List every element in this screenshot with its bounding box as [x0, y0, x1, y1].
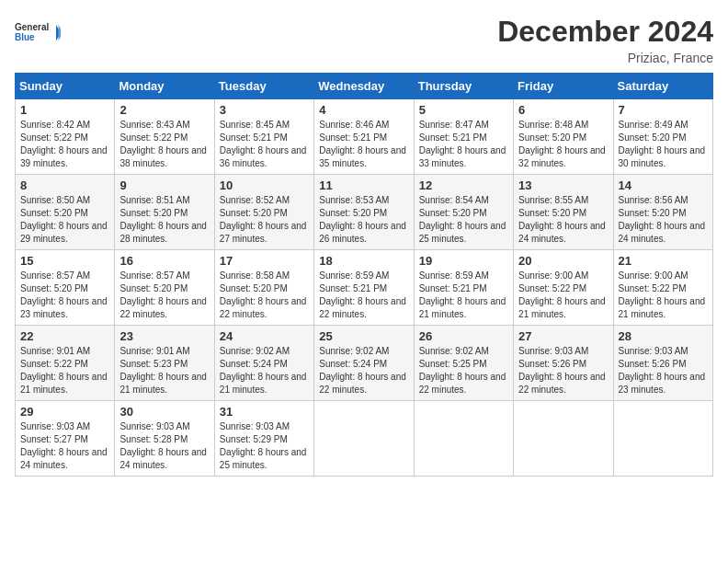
calendar-cell: 13 Sunrise: 8:55 AM Sunset: 5:20 PM Dayl…	[514, 175, 613, 250]
location: Priziac, France	[497, 51, 713, 65]
calendar-cell: 10 Sunrise: 8:52 AM Sunset: 5:20 PM Dayl…	[214, 175, 313, 250]
calendar-week-2: 8 Sunrise: 8:50 AM Sunset: 5:20 PM Dayli…	[16, 175, 713, 250]
svg-text:Blue: Blue	[15, 32, 35, 42]
calendar-cell: 6 Sunrise: 8:48 AM Sunset: 5:20 PM Dayli…	[514, 99, 613, 175]
day-number: 9	[119, 178, 209, 192]
day-detail: Sunrise: 8:55 AM Sunset: 5:20 PM Dayligh…	[518, 194, 608, 246]
day-detail: Sunrise: 8:57 AM Sunset: 5:20 PM Dayligh…	[20, 270, 109, 321]
calendar-header-row: SundayMondayTuesdayWednesdayThursdayFrid…	[16, 74, 713, 99]
day-number: 12	[419, 178, 508, 192]
calendar-cell: 14 Sunrise: 8:56 AM Sunset: 5:20 PM Dayl…	[613, 175, 712, 250]
logo-svg: General Blue	[15, 15, 61, 52]
day-number: 18	[319, 254, 408, 268]
day-detail: Sunrise: 8:47 AM Sunset: 5:21 PM Dayligh…	[419, 119, 508, 170]
day-detail: Sunrise: 8:57 AM Sunset: 5:20 PM Dayligh…	[119, 270, 209, 321]
day-number: 8	[20, 178, 109, 192]
calendar-cell: 7 Sunrise: 8:49 AM Sunset: 5:20 PM Dayli…	[613, 99, 712, 175]
day-number: 20	[518, 254, 608, 268]
page-container: General Blue December 2024 Priziac, Fran…	[15, 15, 713, 477]
calendar-cell: 20 Sunrise: 9:00 AM Sunset: 5:22 PM Dayl…	[514, 250, 613, 326]
day-number: 3	[220, 103, 309, 117]
calendar-cell: 2 Sunrise: 8:43 AM Sunset: 5:22 PM Dayli…	[115, 99, 214, 175]
calendar-cell	[613, 401, 712, 477]
day-detail: Sunrise: 9:01 AM Sunset: 5:22 PM Dayligh…	[20, 345, 109, 396]
day-detail: Sunrise: 8:46 AM Sunset: 5:21 PM Dayligh…	[319, 119, 408, 170]
svg-text:General: General	[15, 22, 49, 32]
day-detail: Sunrise: 8:49 AM Sunset: 5:20 PM Dayligh…	[619, 119, 708, 170]
calendar-cell: 27 Sunrise: 9:03 AM Sunset: 5:26 PM Dayl…	[514, 326, 613, 401]
day-number: 29	[20, 405, 109, 419]
day-detail: Sunrise: 8:48 AM Sunset: 5:20 PM Dayligh…	[518, 119, 608, 170]
calendar-cell: 30 Sunrise: 9:03 AM Sunset: 5:28 PM Dayl…	[115, 401, 214, 477]
day-number: 23	[119, 329, 209, 343]
calendar-cell	[414, 401, 513, 477]
day-detail: Sunrise: 8:51 AM Sunset: 5:20 PM Dayligh…	[119, 194, 209, 246]
day-detail: Sunrise: 9:00 AM Sunset: 5:22 PM Dayligh…	[619, 270, 708, 321]
calendar-cell: 24 Sunrise: 9:02 AM Sunset: 5:24 PM Dayl…	[214, 326, 313, 401]
day-detail: Sunrise: 8:42 AM Sunset: 5:22 PM Dayligh…	[20, 119, 109, 170]
day-number: 5	[419, 103, 508, 117]
calendar-week-3: 15 Sunrise: 8:57 AM Sunset: 5:20 PM Dayl…	[16, 250, 713, 326]
day-number: 30	[119, 405, 209, 419]
day-detail: Sunrise: 9:03 AM Sunset: 5:28 PM Dayligh…	[119, 420, 209, 472]
month-title: December 2024	[497, 15, 713, 49]
day-number: 17	[220, 254, 309, 268]
day-number: 1	[20, 103, 109, 117]
calendar-cell: 3 Sunrise: 8:45 AM Sunset: 5:21 PM Dayli…	[214, 99, 313, 175]
day-detail: Sunrise: 9:01 AM Sunset: 5:23 PM Dayligh…	[119, 345, 209, 396]
day-detail: Sunrise: 9:03 AM Sunset: 5:29 PM Dayligh…	[220, 420, 309, 472]
day-number: 25	[319, 329, 408, 343]
day-detail: Sunrise: 9:00 AM Sunset: 5:22 PM Dayligh…	[518, 270, 608, 321]
calendar-cell: 5 Sunrise: 8:47 AM Sunset: 5:21 PM Dayli…	[414, 99, 513, 175]
day-detail: Sunrise: 8:52 AM Sunset: 5:20 PM Dayligh…	[220, 194, 309, 246]
day-detail: Sunrise: 8:56 AM Sunset: 5:20 PM Dayligh…	[619, 194, 708, 246]
calendar-cell: 16 Sunrise: 8:57 AM Sunset: 5:20 PM Dayl…	[115, 250, 214, 326]
day-number: 14	[619, 178, 708, 192]
calendar-cell: 12 Sunrise: 8:54 AM Sunset: 5:20 PM Dayl…	[414, 175, 513, 250]
day-detail: Sunrise: 8:45 AM Sunset: 5:21 PM Dayligh…	[220, 119, 309, 170]
day-number: 6	[518, 103, 608, 117]
page-header: General Blue December 2024 Priziac, Fran…	[15, 15, 713, 65]
day-number: 24	[220, 329, 309, 343]
day-header-tuesday: Tuesday	[214, 74, 313, 99]
calendar-cell: 11 Sunrise: 8:53 AM Sunset: 5:20 PM Dayl…	[314, 175, 414, 250]
day-number: 26	[419, 329, 508, 343]
day-header-saturday: Saturday	[613, 74, 712, 99]
calendar-table: SundayMondayTuesdayWednesdayThursdayFrid…	[15, 73, 713, 477]
day-number: 10	[220, 178, 309, 192]
day-detail: Sunrise: 8:54 AM Sunset: 5:20 PM Dayligh…	[419, 194, 508, 246]
day-number: 21	[619, 254, 708, 268]
day-number: 11	[319, 178, 408, 192]
day-number: 27	[518, 329, 608, 343]
calendar-cell: 19 Sunrise: 8:59 AM Sunset: 5:21 PM Dayl…	[414, 250, 513, 326]
day-detail: Sunrise: 8:58 AM Sunset: 5:20 PM Dayligh…	[220, 270, 309, 321]
day-number: 2	[119, 103, 209, 117]
day-header-thursday: Thursday	[414, 74, 513, 99]
calendar-cell: 28 Sunrise: 9:03 AM Sunset: 5:26 PM Dayl…	[613, 326, 712, 401]
calendar-cell	[514, 401, 613, 477]
calendar-cell: 1 Sunrise: 8:42 AM Sunset: 5:22 PM Dayli…	[16, 99, 115, 175]
calendar-week-5: 29 Sunrise: 9:03 AM Sunset: 5:27 PM Dayl…	[16, 401, 713, 477]
logo: General Blue	[15, 15, 61, 52]
calendar-cell: 4 Sunrise: 8:46 AM Sunset: 5:21 PM Dayli…	[314, 99, 414, 175]
calendar-cell: 22 Sunrise: 9:01 AM Sunset: 5:22 PM Dayl…	[16, 326, 115, 401]
calendar-cell: 21 Sunrise: 9:00 AM Sunset: 5:22 PM Dayl…	[613, 250, 712, 326]
svg-marker-3	[59, 25, 62, 41]
day-detail: Sunrise: 9:03 AM Sunset: 5:27 PM Dayligh…	[20, 420, 109, 472]
day-header-friday: Friday	[514, 74, 613, 99]
day-number: 28	[619, 329, 708, 343]
title-block: December 2024 Priziac, France	[497, 15, 713, 65]
day-detail: Sunrise: 9:02 AM Sunset: 5:24 PM Dayligh…	[319, 345, 408, 396]
day-number: 7	[619, 103, 708, 117]
calendar-week-4: 22 Sunrise: 9:01 AM Sunset: 5:22 PM Dayl…	[16, 326, 713, 401]
day-number: 19	[419, 254, 508, 268]
calendar-cell: 23 Sunrise: 9:01 AM Sunset: 5:23 PM Dayl…	[115, 326, 214, 401]
day-header-monday: Monday	[115, 74, 214, 99]
calendar-cell: 29 Sunrise: 9:03 AM Sunset: 5:27 PM Dayl…	[16, 401, 115, 477]
day-detail: Sunrise: 9:02 AM Sunset: 5:24 PM Dayligh…	[220, 345, 309, 396]
day-number: 15	[20, 254, 109, 268]
calendar-cell: 18 Sunrise: 8:59 AM Sunset: 5:21 PM Dayl…	[314, 250, 414, 326]
day-number: 13	[518, 178, 608, 192]
day-detail: Sunrise: 8:50 AM Sunset: 5:20 PM Dayligh…	[20, 194, 109, 246]
day-number: 22	[20, 329, 109, 343]
